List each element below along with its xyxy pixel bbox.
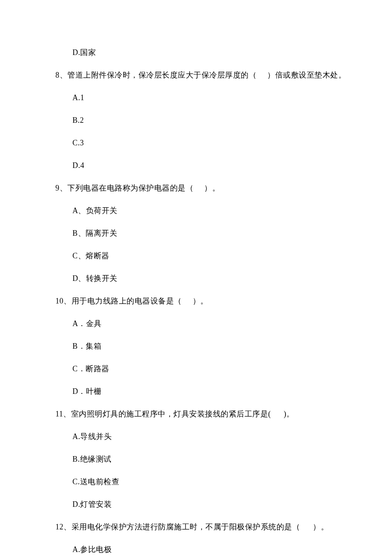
question-9-stem: 下列电器在电路称为保护电器的是（ ）。	[67, 184, 220, 192]
question-11-num: 11、	[55, 410, 71, 418]
question-8-option-c: C.3	[55, 137, 337, 149]
question-9-option-b: B、隔离开关	[55, 228, 337, 239]
question-8-option-d: D.4	[55, 160, 337, 171]
question-8-num: 8、	[55, 71, 67, 79]
question-8-option-b: B.2	[55, 115, 337, 126]
question-9-option-a: A、负荷开关	[55, 205, 337, 217]
question-10: 10、用于电力线路上的电器设备是（ ）。	[55, 295, 337, 307]
question-9-option-c: C、熔断器	[55, 250, 337, 262]
question-10-option-c: C．断路器	[55, 363, 337, 375]
question-9-option-d: D、转换开关	[55, 273, 337, 284]
question-12-stem: 采用电化学保护方法进行防腐施工时，不属于阳极保护系统的是（ ）。	[72, 523, 329, 531]
question-10-stem: 用于电力线路上的电器设备是（ ）。	[72, 297, 208, 305]
question-8: 8、管道上附件保冷时，保冷层长度应大于保冷层厚度的（ ）倍或敷设至垫木处。	[55, 69, 337, 81]
question-12-option-a: A.参比电极	[55, 544, 337, 555]
question-11-option-b: B.绝缘测试	[55, 454, 337, 465]
question-12-num: 12、	[55, 523, 72, 531]
question-10-option-b: B．集箱	[55, 341, 337, 352]
question-11-option-a: A.导线并头	[55, 431, 337, 442]
question-9-num: 9、	[55, 184, 67, 192]
question-11-option-d: D.灯管安装	[55, 499, 337, 510]
question-8-option-a: A.1	[55, 92, 337, 104]
question-8-stem: 管道上附件保冷时，保冷层长度应大于保冷层厚度的（ ）倍或敷设至垫木处。	[67, 71, 346, 79]
page-container: D.国家 8、管道上附件保冷时，保冷层长度应大于保冷层厚度的（ ）倍或敷设至垫木…	[0, 0, 392, 555]
question-10-num: 10、	[55, 297, 72, 305]
question-10-option-a: A．金具	[55, 318, 337, 330]
question-11: 11、室内照明灯具的施工程序中，灯具安装接线的紧后工序是( )。	[55, 408, 337, 420]
question-11-option-c: C.送电前检查	[55, 476, 337, 488]
question-12: 12、采用电化学保护方法进行防腐施工时，不属于阳极保护系统的是（ ）。	[55, 521, 337, 533]
question-10-option-d: D．叶栅	[55, 386, 337, 397]
question-9: 9、下列电器在电路称为保护电器的是（ ）。	[55, 182, 337, 194]
question-11-stem: 室内照明灯具的施工程序中，灯具安装接线的紧后工序是( )。	[71, 410, 294, 418]
prev-option-d: D.国家	[55, 47, 337, 58]
